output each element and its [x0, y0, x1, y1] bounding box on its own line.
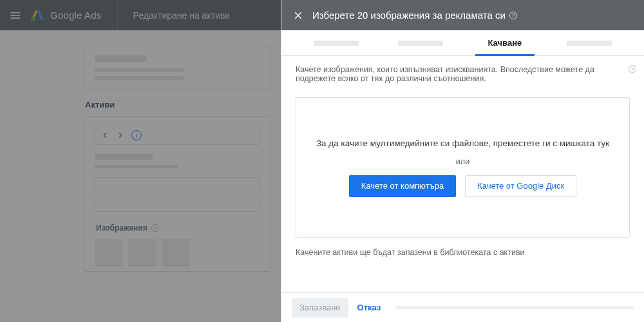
image-thumb [162, 239, 190, 267]
save-button[interactable]: Запазване [292, 298, 348, 317]
help-icon[interactable]: ? [629, 65, 636, 73]
tab-placeholder-2[interactable] [379, 30, 463, 55]
instructions-text: Качете изображения, които изпълняват изи… [296, 65, 594, 83]
upload-dropzone[interactable]: За да качите мултимедийните си файлове, … [296, 97, 630, 238]
upload-from-computer-button[interactable]: Качете от компютъра [349, 175, 456, 197]
upload-from-drive-button[interactable]: Качете от Google Диск [465, 175, 576, 197]
image-thumb [95, 239, 123, 267]
panel-title: Изберете 20 изображения за рекламата си … [312, 10, 517, 21]
bg-card-summary [84, 46, 270, 90]
svg-marker-4 [37, 10, 44, 20]
panel-tabs: Качване [281, 30, 644, 56]
section-images-label: Изображения [96, 223, 147, 232]
bg-field-2 [95, 198, 260, 212]
google-ads-logo-icon [31, 9, 44, 22]
library-note: Качените активи ще бъдат запазени в библ… [281, 238, 644, 260]
svg-rect-1 [11, 15, 21, 16]
bg-pager: i [95, 126, 260, 145]
chevron-left-icon[interactable] [100, 131, 109, 140]
panel-header: Изберете 20 изображения за рекламата си … [281, 0, 644, 30]
panel-footer: Запазване Отказ [281, 292, 644, 322]
panel-instructions: Качете изображения, които изпълняват изи… [281, 56, 644, 88]
page-title: Редактиране на активи [118, 10, 246, 21]
brand-block: Google Ads [31, 0, 118, 30]
footer-progress-placeholder [396, 306, 634, 309]
image-thumb [128, 239, 156, 267]
brand-name: Google Ads [50, 10, 102, 21]
svg-point-5 [31, 17, 35, 21]
bg-card-assets: i Изображения ? [84, 116, 270, 272]
info-icon[interactable]: i [131, 130, 142, 140]
bg-field-1 [95, 177, 260, 191]
menu-icon[interactable] [0, 9, 31, 22]
tab-placeholder-3[interactable] [547, 30, 631, 55]
tab-upload[interactable]: Качване [463, 30, 547, 55]
chevron-right-icon[interactable] [116, 131, 125, 140]
dropzone-or: или [456, 157, 469, 166]
help-icon[interactable]: ? [509, 12, 517, 19]
svg-rect-2 [11, 17, 21, 19]
help-icon[interactable]: ? [151, 224, 159, 232]
tab-upload-label: Качване [488, 38, 522, 48]
image-picker-panel: Изберете 20 изображения за рекламата си … [281, 0, 644, 322]
close-button[interactable] [288, 5, 308, 26]
cancel-button[interactable]: Отказ [357, 303, 381, 312]
tab-placeholder-1[interactable] [294, 30, 379, 55]
dropzone-text: За да качите мултимедийните си файлове, … [316, 138, 609, 148]
panel-title-text: Изберете 20 изображения за рекламата си [312, 10, 506, 21]
svg-rect-0 [11, 12, 21, 14]
